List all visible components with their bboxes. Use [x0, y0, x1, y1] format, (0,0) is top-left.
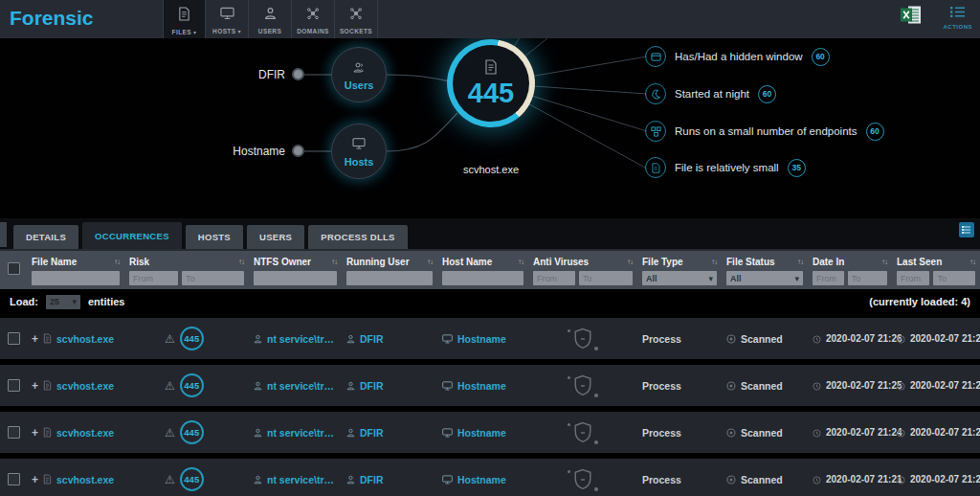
load-count-select[interactable]: 25▾ [46, 295, 80, 309]
indicator-label: File is relatively small [675, 162, 779, 173]
entity-graph-panel: DFIR Hostname Users Hosts 445 scvhost.ex… [0, 38, 980, 218]
host-name-cell: Hostname [437, 471, 528, 488]
expand-row-button[interactable]: + [32, 380, 38, 392]
nav-item-users[interactable]: USERS [249, 0, 292, 38]
actions-button[interactable]: ACTIONS [944, 5, 973, 30]
anti-viruses-to-input[interactable] [579, 271, 633, 285]
sort-icon[interactable]: ↑↓ [711, 258, 717, 266]
nav-label: USERS [258, 28, 281, 34]
date-in-value: 2020-02-07 21:24 [826, 427, 902, 438]
file-node[interactable]: 445 [447, 39, 535, 127]
column-running-user: Running User↑↓ [342, 255, 437, 285]
tab-hosts[interactable]: HOSTS [186, 225, 243, 249]
file-name-link[interactable]: scvhost.exe [56, 474, 114, 485]
row-checkbox[interactable] [8, 473, 20, 485]
user-icon [264, 7, 277, 24]
sort-icon[interactable]: ↑↓ [427, 258, 433, 266]
clock-icon [897, 471, 905, 488]
file-name-link[interactable]: scvhost.exe [56, 333, 114, 345]
tab-details[interactable]: DETAILS [13, 225, 78, 249]
host-name-link[interactable]: Hostname [457, 333, 506, 345]
date-in-cell: 2020-02-07 21:25 [808, 377, 892, 395]
sort-icon[interactable]: ↑↓ [114, 258, 120, 266]
ntfs-owner-filter-input[interactable] [254, 271, 337, 285]
row-checkbox[interactable] [8, 379, 20, 392]
expand-row-button[interactable]: + [32, 333, 38, 345]
table-row: + scvhost.exe ⚠ 445 nt service\trustedi.… [0, 412, 980, 453]
expand-row-button[interactable]: + [32, 427, 38, 439]
sort-icon[interactable]: ↑↓ [518, 258, 523, 266]
file-type-value: Process [642, 474, 681, 485]
clock-icon [813, 424, 821, 441]
file-type-select[interactable]: All▾ [642, 271, 717, 285]
sort-icon[interactable]: ↑↓ [238, 258, 244, 266]
export-excel-button[interactable] [900, 5, 923, 29]
clock-icon [813, 377, 821, 395]
tab-process-dlls[interactable]: PROCESS DLLS [308, 225, 408, 249]
host-name-link[interactable]: Hostname [457, 380, 506, 392]
anti-viruses-from-input[interactable] [533, 271, 575, 285]
host-name-link[interactable]: Hostname [457, 427, 506, 439]
date-in-from-input[interactable] [813, 271, 844, 285]
nav-item-sockets[interactable]: SOCKETS [335, 0, 378, 38]
user-leaf-node[interactable] [292, 68, 304, 80]
file-icon [43, 471, 52, 488]
sort-icon[interactable]: ↑↓ [881, 258, 887, 266]
nav-label: SOCKETS [340, 28, 372, 34]
select-all-checkbox[interactable] [8, 262, 20, 275]
risk-to-input[interactable] [182, 271, 244, 285]
file-status-value: Scanned [741, 380, 783, 392]
file-type-value: Process [642, 427, 681, 439]
date-in-cell: 2020-02-07 21:26 [808, 330, 892, 348]
file-name-filter-input[interactable] [32, 271, 120, 285]
warning-icon: ⚠ [165, 333, 175, 345]
expand-row-button[interactable]: + [32, 474, 38, 485]
host-leaf-node[interactable] [292, 145, 304, 157]
nav-item-hosts[interactable]: HOSTS▾ [206, 0, 249, 38]
sort-icon[interactable]: ↑↓ [797, 258, 803, 266]
actions-list-icon [949, 5, 966, 22]
ntfs-owner-cell: nt service\trustedi... [249, 330, 342, 348]
ntfs-owner-link[interactable]: nt service\trustedi... [267, 474, 337, 485]
file-node-label: scvhost.exe [438, 164, 544, 175]
ntfs-owner-link[interactable]: nt service\trustedi... [267, 427, 337, 439]
row-checkbox[interactable] [8, 426, 20, 439]
monitor-icon [442, 330, 453, 348]
monitor-icon [352, 136, 366, 153]
tab-strip-decoration [0, 222, 7, 247]
running-user-link[interactable]: DFIR [360, 380, 384, 392]
tab-users[interactable]: USERS [247, 225, 304, 249]
running-user-link[interactable]: DFIR [360, 474, 384, 485]
file-status-cell: Scanned [722, 424, 808, 441]
file-status-select[interactable]: All▾ [726, 271, 803, 285]
running-user-link[interactable]: DFIR [360, 427, 384, 439]
running-user-filter-input[interactable] [346, 271, 433, 285]
ntfs-owner-link[interactable]: nt service\trustedi... [267, 380, 337, 392]
running-user-link[interactable]: DFIR [360, 333, 384, 345]
column-ntfs-owner: NTFS Owner↑↓ [249, 255, 342, 285]
file-name-link[interactable]: scvhost.exe [56, 380, 114, 392]
row-checkbox[interactable] [8, 332, 20, 345]
endpoints-icon [645, 121, 666, 142]
ntfs-owner-link[interactable]: nt service\trustedi... [267, 333, 337, 345]
nav-item-domains[interactable]: DOMAINS [292, 0, 335, 38]
tab-occurrences[interactable]: OCCURRENCES [82, 222, 182, 249]
table-settings-button[interactable] [959, 222, 974, 237]
host-name-link[interactable]: Hostname [457, 474, 506, 485]
users-group-node[interactable]: Users [331, 47, 387, 102]
last-seen-from-input[interactable] [897, 271, 929, 285]
sort-icon[interactable]: ↑↓ [627, 258, 633, 266]
sort-icon[interactable]: ↑↓ [969, 258, 975, 266]
last-seen-to-input[interactable] [933, 271, 975, 285]
risk-from-input[interactable] [129, 271, 178, 285]
date-in-to-input[interactable] [848, 271, 887, 285]
file-type-cell: Process [637, 380, 722, 392]
hosts-group-node[interactable]: Hosts [331, 124, 387, 179]
nav-item-files[interactable]: FILES▾ [163, 0, 206, 38]
host-name-filter-input[interactable] [442, 271, 523, 285]
anti-viruses-cell [528, 467, 637, 492]
file-name-link[interactable]: scvhost.exe [56, 427, 114, 439]
file-type-value: Process [642, 333, 681, 345]
sort-icon[interactable]: ↑↓ [331, 258, 337, 266]
table-row: + scvhost.exe ⚠ 445 nt service\trustedi.… [0, 365, 980, 406]
